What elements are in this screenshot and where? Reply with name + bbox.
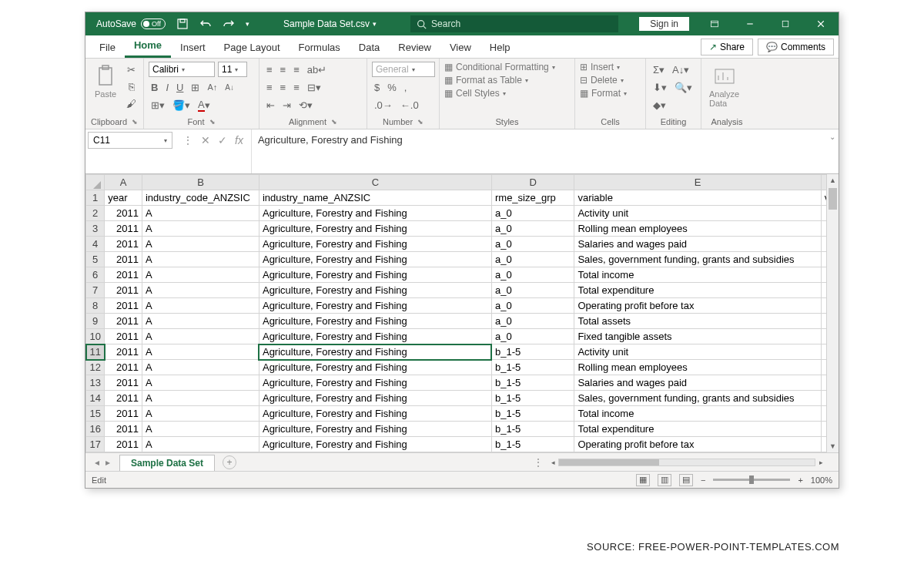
- cell[interactable]: Total assets: [574, 314, 821, 329]
- align-middle-icon[interactable]: ≡: [278, 62, 289, 77]
- row-header-5[interactable]: 5: [86, 252, 105, 267]
- comments-button[interactable]: 💬Comments: [758, 39, 834, 55]
- formula-options-icon[interactable]: ⋮: [182, 134, 193, 146]
- scroll-left-icon[interactable]: ◂: [547, 459, 558, 466]
- delete-cells-button[interactable]: ⊟Delete▾: [580, 75, 624, 86]
- cell[interactable]: Total income: [574, 267, 821, 283]
- zoom-out-icon[interactable]: −: [701, 476, 705, 485]
- cell[interactable]: 2011: [105, 206, 142, 221]
- tab-insert[interactable]: Insert: [171, 37, 215, 58]
- wrap-text-icon[interactable]: ab↵: [305, 62, 329, 77]
- cell[interactable]: A: [142, 422, 259, 437]
- share-button[interactable]: ↗Share: [701, 39, 753, 55]
- undo-icon[interactable]: [199, 18, 212, 30]
- cell[interactable]: Rolling mean employees: [574, 360, 821, 375]
- conditional-formatting-button[interactable]: ▦Conditional Formatting▾: [444, 62, 555, 72]
- cell[interactable]: 2011: [105, 375, 142, 391]
- number-format-select[interactable]: General▾: [372, 62, 435, 77]
- cell[interactable]: Fixed tangible assets: [574, 329, 821, 344]
- row-header-8[interactable]: 8: [86, 298, 105, 314]
- cell[interactable]: 2011: [105, 422, 142, 437]
- cell[interactable]: A: [142, 283, 259, 298]
- cell[interactable]: a_0: [491, 314, 574, 329]
- maximize-button[interactable]: [768, 12, 803, 35]
- autosave-toggle[interactable]: AutoSave Off: [96, 18, 166, 29]
- copy-icon[interactable]: ⎘: [124, 79, 139, 94]
- row-header-14[interactable]: 14: [86, 391, 105, 406]
- cell[interactable]: Agriculture, Forestry and Fishing: [259, 298, 491, 314]
- col-header-B[interactable]: B: [142, 175, 259, 190]
- cell[interactable]: A: [142, 237, 259, 252]
- alignment-launcher-icon[interactable]: ⬊: [331, 118, 337, 126]
- cell[interactable]: a_0: [491, 329, 574, 344]
- increase-font-icon[interactable]: A↑: [205, 79, 219, 95]
- add-sheet-button[interactable]: +: [223, 455, 236, 469]
- col-header-D[interactable]: D: [491, 175, 574, 190]
- cell[interactable]: a_0: [491, 267, 574, 283]
- accept-formula-icon[interactable]: ✓: [218, 134, 227, 146]
- format-cells-button[interactable]: ▦Format▾: [580, 88, 627, 99]
- cell[interactable]: industry_code_ANZSIC: [142, 190, 259, 206]
- filename-dropdown-icon[interactable]: ▾: [373, 20, 377, 28]
- cell[interactable]: A: [142, 329, 259, 344]
- save-icon[interactable]: [176, 18, 189, 30]
- align-top-icon[interactable]: ≡: [264, 62, 275, 77]
- page-layout-view-icon[interactable]: ▥: [658, 474, 671, 486]
- font-size-select[interactable]: 11▾: [218, 62, 247, 77]
- tab-home[interactable]: Home: [125, 35, 171, 58]
- signin-button[interactable]: Sign in: [639, 17, 689, 31]
- name-box[interactable]: C11▾: [88, 132, 172, 149]
- increase-decimal-icon[interactable]: .0→: [372, 97, 395, 113]
- percent-button[interactable]: %: [385, 79, 399, 95]
- row-header-12[interactable]: 12: [86, 360, 105, 375]
- row-header-2[interactable]: 2: [86, 206, 105, 221]
- cell[interactable]: a_0: [491, 252, 574, 267]
- cell[interactable]: Activity unit: [574, 206, 821, 221]
- cell[interactable]: A: [142, 375, 259, 391]
- font-color-button[interactable]: A▾: [196, 97, 213, 113]
- tab-formulas[interactable]: Formulas: [290, 37, 350, 58]
- zoom-level[interactable]: 100%: [811, 476, 832, 485]
- fill-icon[interactable]: ⬇▾: [651, 79, 669, 95]
- row-header-10[interactable]: 10: [86, 329, 105, 344]
- fx-icon[interactable]: fx: [235, 134, 243, 146]
- sheet-tab-active[interactable]: Sample Data Set: [119, 455, 215, 471]
- close-button[interactable]: [803, 12, 839, 35]
- row-header-3[interactable]: 3: [86, 221, 105, 237]
- tab-view[interactable]: View: [440, 37, 480, 58]
- cell[interactable]: Agriculture, Forestry and Fishing: [259, 283, 491, 298]
- cell[interactable]: Salaries and wages paid: [574, 375, 821, 391]
- cell[interactable]: 2011: [105, 406, 142, 422]
- cell[interactable]: Agriculture, Forestry and Fishing: [259, 437, 491, 452]
- zoom-in-icon[interactable]: +: [798, 476, 802, 485]
- qat-dropdown-icon[interactable]: ▾: [246, 20, 249, 28]
- cancel-formula-icon[interactable]: ✕: [201, 134, 210, 146]
- row-header-13[interactable]: 13: [86, 375, 105, 391]
- italic-button[interactable]: I: [163, 79, 171, 95]
- cell[interactable]: Agriculture, Forestry and Fishing: [259, 344, 491, 360]
- font-launcher-icon[interactable]: ⬊: [209, 118, 216, 126]
- cell[interactable]: 2011: [105, 221, 142, 237]
- font-name-select[interactable]: Calibri▾: [149, 62, 215, 77]
- fill-color-button[interactable]: 🪣▾: [170, 97, 192, 113]
- next-sheet-icon[interactable]: ▸: [105, 457, 110, 468]
- cell[interactable]: A: [142, 406, 259, 422]
- cell[interactable]: A: [142, 252, 259, 267]
- cut-icon[interactable]: ✂: [124, 62, 139, 77]
- search-box[interactable]: Search: [410, 15, 618, 32]
- cell[interactable]: year: [105, 190, 142, 206]
- cell[interactable]: b_1-5: [491, 437, 574, 452]
- sort-filter-icon[interactable]: A↓▾: [670, 62, 691, 77]
- number-launcher-icon[interactable]: ⬊: [417, 118, 424, 126]
- row-header-11[interactable]: 11: [86, 344, 105, 360]
- cell[interactable]: A: [142, 221, 259, 237]
- cell[interactable]: A: [142, 267, 259, 283]
- cell[interactable]: Agriculture, Forestry and Fishing: [259, 237, 491, 252]
- currency-button[interactable]: $: [372, 79, 382, 95]
- cell[interactable]: Salaries and wages paid: [574, 237, 821, 252]
- align-right-icon[interactable]: ≡: [291, 79, 302, 95]
- row-header-9[interactable]: 9: [86, 314, 105, 329]
- cell[interactable]: 2011: [105, 329, 142, 344]
- cell[interactable]: Total expenditure: [574, 283, 821, 298]
- cell[interactable]: a_0: [491, 221, 574, 237]
